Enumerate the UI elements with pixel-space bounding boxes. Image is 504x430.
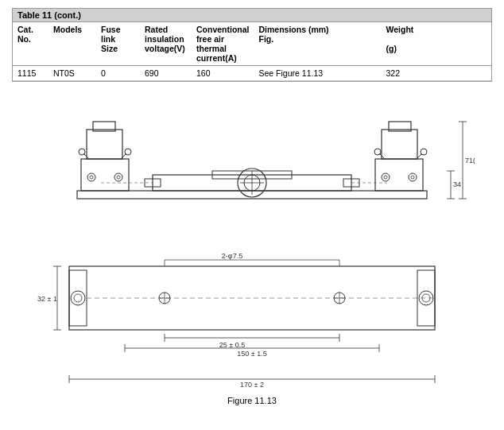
figure-caption: Figure 11.13 [227, 396, 277, 405]
cell-weight: 322 [382, 66, 491, 81]
svg-point-20 [374, 149, 381, 155]
figure-area: 71(max) 34 [12, 91, 492, 405]
cell-cat-no: 1115 [13, 66, 48, 81]
table-title: Table 11 (cont.) [13, 9, 491, 22]
holes-label: 2-φ7.5 [222, 252, 242, 260]
dim-25-label: 25 ± 0.5 [219, 341, 245, 349]
svg-rect-39 [69, 266, 435, 330]
svg-rect-13 [382, 130, 417, 159]
data-table: Cat.No. Models Fuse linkSize Ratedinsula… [13, 22, 491, 81]
svg-point-11 [125, 149, 131, 155]
svg-point-4 [87, 173, 95, 181]
dim-150-label: 150 ± 1.5 [237, 350, 266, 358]
bottom-diagram: 2-φ7.5 32 ± 1 25 ± 0.5 150 ± 1.5 [29, 242, 475, 358]
cell-dimensions: See Figure 11.13 [254, 66, 382, 81]
diagrams: 71(max) 34 [17, 91, 487, 389]
table-row: 1115 NT0S 0 690 160 See Figure 11.13 322 [13, 66, 491, 81]
svg-point-15 [382, 173, 390, 181]
cell-conventional-current: 160 [192, 66, 254, 81]
svg-rect-40 [69, 270, 87, 326]
svg-point-22 [421, 149, 427, 155]
svg-point-16 [384, 176, 387, 179]
svg-point-9 [79, 149, 85, 155]
header-dimensions: Dimensions (mm)Fig. [254, 22, 382, 66]
cell-models: NT0S [48, 66, 96, 81]
dim-34-label: 34 [453, 180, 461, 188]
svg-point-6 [114, 173, 122, 181]
dim-32-label: 32 ± 1 [37, 295, 57, 303]
header-models: Models [48, 22, 96, 66]
svg-point-41 [71, 291, 85, 305]
svg-point-18 [411, 176, 414, 179]
cell-rated-voltage: 690 [140, 66, 192, 81]
dim-170-label: 170 ± 2 [240, 381, 264, 389]
header-cat-no: Cat.No. [13, 22, 48, 66]
svg-point-17 [409, 173, 417, 181]
svg-point-5 [90, 176, 93, 179]
svg-rect-2 [87, 130, 122, 159]
cell-fuse-link-size: 0 [96, 66, 140, 81]
svg-point-7 [117, 176, 120, 179]
header-rated-insulation-voltage: Ratedinsulationvoltage(V) [140, 22, 192, 66]
header-fuse-link-size: Fuse linkSize [96, 22, 140, 66]
header-weight: Weight(g) [382, 22, 491, 66]
top-diagram: 71(max) 34 [29, 91, 475, 230]
header-conventional-current: Conventionalfree air thermalcurrent(A) [192, 22, 254, 66]
dim-row: 170 ± 2 [29, 370, 475, 389]
svg-point-42 [74, 294, 82, 302]
table-container: Table 11 (cont.) Cat.No. Models Fuse lin… [12, 8, 492, 82]
dim-71max-label: 71(max) [465, 157, 475, 165]
